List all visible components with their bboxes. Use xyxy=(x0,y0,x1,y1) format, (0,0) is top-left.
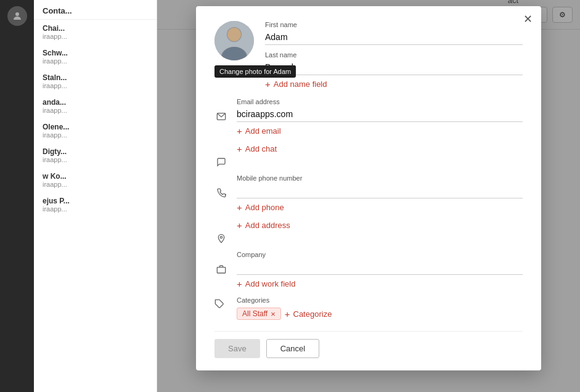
save-button[interactable]: Save xyxy=(214,339,260,358)
first-name-field: First name xyxy=(265,21,523,45)
modal-footer: Save Cancel xyxy=(214,331,523,358)
categorize-label: Categorize xyxy=(293,309,332,319)
add-email-link[interactable]: + Add email xyxy=(237,126,523,136)
add-address-link[interactable]: + Add address xyxy=(237,220,523,231)
contacts-list-panel: Conta... Chai... iraapp... Schw... iraap… xyxy=(34,0,157,392)
plus-icon: + xyxy=(237,126,242,136)
categories-row: Categories All Staff × + Categorize xyxy=(214,296,523,320)
list-item[interactable]: Olene... iraapp... xyxy=(34,118,157,143)
edit-contact-modal: ✕ xyxy=(196,6,541,370)
plus-icon: + xyxy=(285,309,290,319)
list-item[interactable]: Digty... iraapp... xyxy=(34,143,157,168)
list-item[interactable]: Schw... iraapp... xyxy=(34,44,157,69)
phone-input[interactable] xyxy=(237,183,523,198)
list-item[interactable]: anda... iraapp... xyxy=(34,94,157,118)
user-avatar[interactable] xyxy=(7,6,27,26)
phone-row: Mobile phone number + Add phone xyxy=(214,174,523,213)
categories-content: Categories All Staff × + Categorize xyxy=(237,296,523,320)
name-fields: First name Last name + Add name field xyxy=(265,21,523,89)
app-sidebar xyxy=(0,0,34,392)
avatar-tooltip: Change photo for Adam xyxy=(214,65,296,78)
list-item[interactable]: Staln... iraapp... xyxy=(34,69,157,94)
address-field-content: + Add address xyxy=(237,220,523,231)
svg-point-7 xyxy=(220,236,222,238)
add-name-field-link[interactable]: + Add name field xyxy=(265,79,523,89)
profile-header: Change photo for Adam First name Last na… xyxy=(214,21,523,89)
add-chat-link[interactable]: + Add chat xyxy=(237,144,523,154)
phone-icon xyxy=(214,188,228,198)
add-work-field-link[interactable]: + Add work field xyxy=(237,279,523,289)
add-address-label: Add address xyxy=(245,221,290,230)
svg-rect-8 xyxy=(217,267,225,273)
company-icon xyxy=(214,264,228,274)
main-content: ⬅ Leave group ✉ 👥 Manage contacts ∨ ⚙ Co… xyxy=(157,0,580,392)
contacts-header: Conta... xyxy=(34,0,157,20)
avatar[interactable] xyxy=(214,21,254,60)
all-staff-tag: All Staff × xyxy=(237,308,281,320)
address-row: + Add address xyxy=(214,220,523,243)
category-tags: All Staff × + Categorize xyxy=(237,308,523,320)
chat-row: + Add chat xyxy=(214,144,523,167)
add-phone-link[interactable]: + Add phone xyxy=(237,202,523,213)
tag-label: All Staff xyxy=(242,309,268,318)
add-work-label: Add work field xyxy=(245,279,296,288)
list-item[interactable]: ejus P... iraapp... xyxy=(34,192,157,217)
last-name-field: Last name xyxy=(265,51,523,75)
modal-overlay: ✕ xyxy=(157,0,580,392)
chat-field-content: + Add chat xyxy=(237,144,523,154)
plus-icon: + xyxy=(237,144,242,154)
email-input[interactable] xyxy=(237,107,523,122)
plus-icon: + xyxy=(237,279,242,289)
company-input[interactable] xyxy=(237,259,523,275)
address-icon xyxy=(214,234,228,243)
plus-icon: + xyxy=(237,202,242,213)
add-chat-label: Add chat xyxy=(245,144,277,153)
tag-close-button[interactable]: × xyxy=(271,310,276,318)
close-button[interactable]: ✕ xyxy=(523,14,533,25)
list-item[interactable]: w Ko... iraapp... xyxy=(34,168,157,192)
add-email-label: Add email xyxy=(245,126,281,136)
plus-icon: + xyxy=(237,220,242,231)
last-name-input[interactable] xyxy=(265,60,523,75)
company-row: Company + Add work field xyxy=(214,251,523,289)
email-field-content: Email address + Add email xyxy=(237,98,523,136)
chat-icon xyxy=(214,157,228,167)
email-row: Email address + Add email xyxy=(214,98,523,136)
list-item[interactable]: Chai... iraapp... xyxy=(34,20,157,44)
avatar-container: Change photo for Adam xyxy=(214,21,254,60)
svg-point-4 xyxy=(227,28,241,41)
phone-field-content: Mobile phone number + Add phone xyxy=(237,174,523,213)
add-name-label: Add name field xyxy=(274,80,327,89)
first-name-input[interactable] xyxy=(265,30,523,45)
plus-icon: + xyxy=(265,79,271,89)
categorize-link[interactable]: + Categorize xyxy=(285,309,332,319)
email-icon xyxy=(214,112,228,121)
cancel-button[interactable]: Cancel xyxy=(266,339,319,358)
company-field-content: Company + Add work field xyxy=(237,251,523,289)
add-phone-label: Add phone xyxy=(245,203,284,212)
categories-icon xyxy=(214,299,228,311)
svg-point-0 xyxy=(15,12,19,16)
